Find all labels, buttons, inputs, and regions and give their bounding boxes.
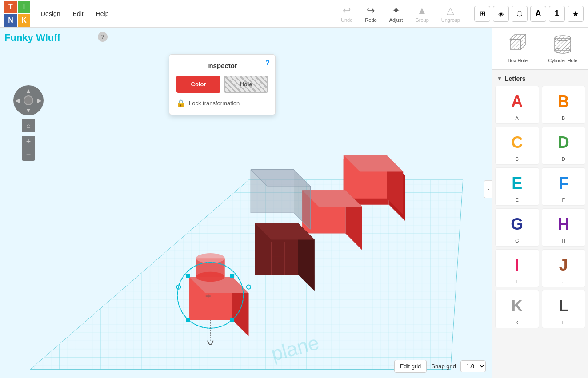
svg-marker-10 bbox=[345, 190, 362, 250]
logo[interactable]: T I N K bbox=[4, 1, 30, 27]
group-icon: ▲ bbox=[417, 5, 427, 16]
letter-F-item[interactable]: F F bbox=[542, 167, 586, 206]
nav-help[interactable]: Help bbox=[90, 7, 115, 21]
svg-marker-9 bbox=[302, 190, 345, 233]
nav-edit[interactable]: Edit bbox=[67, 7, 90, 21]
letter-D-label: D bbox=[562, 156, 565, 162]
letter-A-item[interactable]: A A bbox=[495, 86, 539, 124]
bottom-controls: Edit grid Snap grid 1.0 bbox=[394, 360, 486, 373]
letters-grid: A A B B C C D D bbox=[495, 86, 585, 328]
snap-grid-select[interactable]: 1.0 bbox=[460, 360, 486, 372]
compass-control[interactable]: ▲ ▼ ◀ ▶ bbox=[13, 85, 44, 115]
home-button[interactable]: ⌂ bbox=[22, 119, 35, 132]
main: Funky Wluff ? ▲ ▼ ◀ ▶ ⌂ + − Inspector ? … bbox=[0, 28, 588, 378]
svg-marker-21 bbox=[189, 277, 232, 320]
svg-text:plane: plane bbox=[269, 331, 321, 365]
cylinder-hole-item[interactable]: Cylinder Hole bbox=[541, 31, 585, 66]
letter-D-icon: D bbox=[551, 130, 576, 155]
letter-F-icon: F bbox=[551, 171, 576, 196]
letter-G-item[interactable]: G G bbox=[495, 208, 539, 247]
letter-H-item[interactable]: H H bbox=[542, 208, 586, 247]
zoom-out-button[interactable]: − bbox=[22, 148, 35, 161]
lock-label: Lock transformation bbox=[189, 100, 240, 107]
edit-grid-button[interactable]: Edit grid bbox=[394, 360, 427, 373]
lock-icon: 🔒 bbox=[176, 99, 185, 107]
svg-rect-29 bbox=[186, 274, 190, 278]
letter-K-item[interactable]: K K bbox=[495, 290, 539, 328]
letter-I-item[interactable]: I I bbox=[495, 249, 539, 287]
right-icons: ⊞ ◈ ⬡ A 1 ★ bbox=[474, 6, 584, 22]
number-button[interactable]: 1 bbox=[549, 6, 565, 22]
grid-view-button[interactable]: ⊞ bbox=[474, 6, 490, 22]
logo-i: I bbox=[18, 1, 30, 13]
redo-button[interactable]: ↪ Redo bbox=[360, 2, 382, 25]
ungroup-button[interactable]: △ Ungroup bbox=[436, 2, 465, 25]
collapse-sidebar-button[interactable]: › bbox=[484, 180, 492, 198]
svg-rect-30 bbox=[230, 274, 234, 278]
nav-design[interactable]: Design bbox=[35, 7, 67, 21]
letter-K-icon: K bbox=[504, 293, 530, 319]
text-button[interactable]: A bbox=[530, 6, 546, 22]
topbar: T I N K Design Edit Help ↩ Undo ↪ Redo ✦… bbox=[0, 0, 588, 28]
svg-point-28 bbox=[177, 262, 243, 328]
cylinder-hole-icon bbox=[552, 34, 574, 56]
star-button[interactable]: ★ bbox=[568, 6, 584, 22]
svg-marker-11 bbox=[302, 190, 362, 207]
nav-control: ▲ ▼ ◀ ▶ ⌂ + − bbox=[13, 85, 44, 161]
letter-L-item[interactable]: L L bbox=[542, 290, 586, 328]
letter-L-icon: L bbox=[551, 293, 576, 319]
letter-E-item[interactable]: E E bbox=[495, 167, 539, 206]
svg-marker-23 bbox=[189, 277, 248, 293]
globe-button[interactable]: ⬡ bbox=[512, 6, 528, 22]
hole-button[interactable]: Hole bbox=[224, 76, 268, 93]
svg-rect-32 bbox=[230, 318, 234, 322]
zoom-in-button[interactable]: + bbox=[22, 136, 35, 148]
svg-text:✛: ✛ bbox=[205, 293, 211, 300]
inspector-title: Inspector bbox=[176, 62, 268, 69]
svg-marker-8 bbox=[344, 155, 403, 171]
svg-marker-4 bbox=[389, 159, 405, 221]
svg-marker-15 bbox=[255, 223, 298, 275]
group-button[interactable]: ▲ Group bbox=[410, 2, 434, 25]
letter-G-label: G bbox=[515, 238, 519, 243]
svg-point-44 bbox=[555, 48, 571, 53]
svg-marker-3 bbox=[344, 159, 389, 205]
svg-marker-13 bbox=[294, 170, 311, 229]
help-button[interactable]: ? bbox=[98, 32, 108, 42]
letter-A-icon: A bbox=[504, 89, 530, 115]
letter-J-item[interactable]: J J bbox=[542, 249, 586, 287]
undo-button[interactable]: ↩ Undo bbox=[336, 2, 358, 25]
letter-I-icon: I bbox=[504, 252, 530, 278]
adjust-button[interactable]: ✦ Adjust bbox=[384, 2, 408, 25]
inspector-buttons: Color Hole bbox=[176, 76, 268, 93]
cylinder-hole-label: Cylinder Hole bbox=[548, 58, 577, 63]
letters-section: ▼ Letters A A B B C C bbox=[492, 70, 588, 378]
svg-marker-6 bbox=[344, 155, 387, 198]
shapes-top-row: Box Hole Cylinder H bbox=[492, 28, 588, 70]
color-button[interactable]: Color bbox=[176, 76, 220, 93]
inspector-help-button[interactable]: ? bbox=[265, 59, 270, 67]
letters-header[interactable]: ▼ Letters bbox=[495, 72, 585, 86]
letter-D-item[interactable]: D D bbox=[542, 127, 586, 165]
letter-B-item[interactable]: B B bbox=[542, 86, 586, 124]
box-hole-icon bbox=[507, 34, 529, 56]
toolbar-center: ↩ Undo ↪ Redo ✦ Adjust ▲ Group △ Ungroup bbox=[336, 2, 465, 25]
snap-grid-label: Snap grid bbox=[431, 363, 456, 370]
letter-E-icon: E bbox=[504, 171, 530, 196]
adjust-icon: ✦ bbox=[392, 5, 400, 16]
letter-C-item[interactable]: C C bbox=[495, 127, 539, 165]
nav-down-arrow: ▼ bbox=[25, 107, 32, 114]
expand-letters-icon: ▼ bbox=[497, 76, 502, 82]
svg-marker-1 bbox=[30, 180, 463, 369]
svg-marker-17 bbox=[255, 223, 314, 239]
svg-point-26 bbox=[196, 253, 225, 263]
svg-point-27 bbox=[177, 262, 243, 328]
svg-point-24 bbox=[196, 272, 225, 282]
box-hole-item[interactable]: Box Hole bbox=[496, 31, 540, 66]
canvas-area[interactable]: Funky Wluff ? ▲ ▼ ◀ ▶ ⌂ + − Inspector ? … bbox=[0, 28, 492, 378]
letter-H-label: H bbox=[562, 238, 565, 243]
3d-view-button[interactable]: ◈ bbox=[493, 6, 509, 22]
svg-rect-31 bbox=[186, 318, 190, 322]
svg-marker-14 bbox=[251, 170, 310, 186]
logo-n: N bbox=[4, 14, 17, 27]
